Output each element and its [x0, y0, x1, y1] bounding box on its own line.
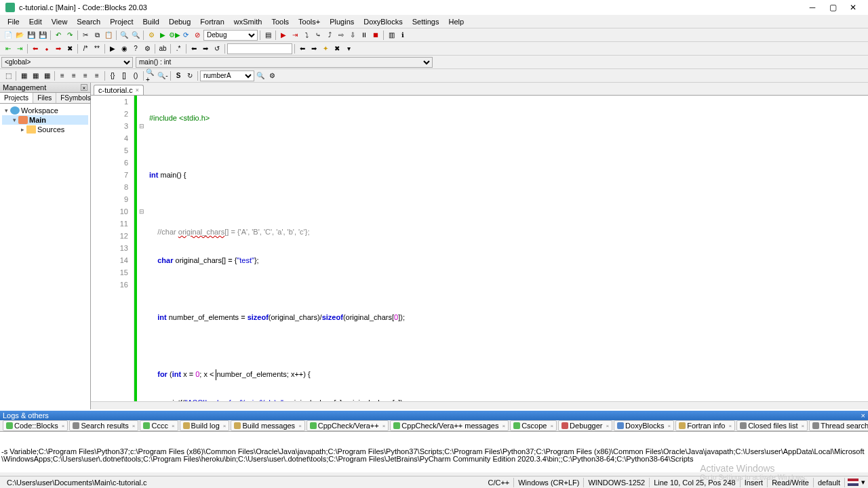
jump-back-icon[interactable]: ⇤ [3, 43, 14, 54]
diff4-icon[interactable]: ≡ [92, 70, 102, 81]
last-jump-icon[interactable]: ↺ [212, 43, 222, 54]
highlight-options-icon[interactable]: ▾ [343, 43, 354, 54]
toggle-comment-icon[interactable]: ▦ [18, 70, 29, 81]
redo-icon[interactable]: ↷ [64, 30, 75, 41]
new-file-icon[interactable]: 📄 [3, 30, 14, 41]
abort-icon[interactable]: ⊘ [192, 30, 203, 41]
scope-right-select[interactable]: main() : int [136, 57, 433, 68]
zoom-in-icon[interactable]: 🔍+ [146, 70, 157, 81]
horizontal-scrollbar[interactable] [91, 401, 868, 409]
find-icon[interactable]: 🔍 [119, 30, 130, 41]
tab-projects[interactable]: Projects [0, 93, 33, 103]
toggle-bookmark-icon[interactable]: ⬥ [41, 43, 52, 54]
next-bookmark-icon[interactable]: ➡ [53, 43, 64, 54]
menu-toolsplus[interactable]: Tools+ [294, 16, 325, 27]
editor-tab-ctutorial[interactable]: c-tutorial.c × [94, 85, 144, 95]
save-icon[interactable]: 💾 [26, 30, 37, 41]
tab-fsymbols[interactable]: FSymbols [56, 93, 95, 103]
log-tab-doxy[interactable]: DoxyBlocks× [614, 420, 674, 431]
step-into-icon[interactable]: ⤷ [313, 30, 323, 41]
log-tab-debugger[interactable]: Debugger× [558, 420, 612, 431]
log-tab-cppcheck[interactable]: CppCheck/Vera++× [307, 420, 389, 431]
highlight-icon[interactable]: ✦ [320, 43, 331, 54]
cut-icon[interactable]: ✂ [80, 30, 91, 41]
management-close-icon[interactable]: × [81, 84, 87, 91]
status-dropdown-icon[interactable]: ▾ [861, 478, 865, 487]
goto-next-icon[interactable]: ➡ [200, 43, 211, 54]
break-icon[interactable]: ⏸ [359, 30, 370, 41]
regex-icon[interactable]: .* [173, 43, 184, 54]
scope-left-select[interactable]: <global> [1, 57, 133, 68]
diff3-icon[interactable]: ≡ [80, 70, 91, 81]
uncomment-icon[interactable]: ▦ [41, 70, 52, 81]
goto-prev-icon[interactable]: ⬅ [189, 43, 199, 54]
select-icon[interactable]: ⬚ [3, 70, 14, 81]
search-find-icon[interactable]: 🔍 [255, 70, 266, 81]
menu-settings[interactable]: Settings [408, 16, 444, 27]
save-all-icon[interactable]: 💾 [37, 30, 48, 41]
log-tab-buildmsg[interactable]: Build messages× [231, 420, 304, 431]
tree-sources-folder[interactable]: ▸ Sources [2, 125, 88, 134]
rebuild-icon[interactable]: ⟳ [180, 30, 191, 41]
close-button[interactable]: ✕ [844, 1, 863, 14]
run-icon[interactable]: ▶ [157, 30, 168, 41]
brackets2-icon[interactable]: [] [119, 70, 130, 81]
open-icon[interactable]: 📂 [14, 30, 25, 41]
code-content[interactable]: #include <stdio.h> int main() { //char o… [146, 96, 868, 401]
diff-icon[interactable]: ≡ [57, 70, 68, 81]
log-tab-search[interactable]: Search results× [69, 420, 138, 431]
doxy-chm-icon[interactable]: ? [130, 43, 141, 54]
menu-tools[interactable]: Tools [267, 16, 294, 27]
refresh-icon[interactable]: ↻ [184, 70, 195, 81]
search-options-icon[interactable]: ⚙ [267, 70, 277, 81]
log-tab-closed[interactable]: Closed files list× [736, 420, 808, 431]
menu-debug[interactable]: Debug [164, 16, 195, 27]
clear-bookmarks-icon[interactable]: ✖ [64, 43, 75, 54]
doxy-config-icon[interactable]: ⚙ [142, 43, 153, 54]
menu-fortran[interactable]: Fortran [195, 16, 229, 27]
doxy-comment-icon[interactable]: /* [80, 43, 91, 54]
log-tab-cscope[interactable]: Cscope× [510, 420, 557, 431]
fold-toggle-icon[interactable]: ⊟ [137, 205, 146, 218]
next-instr-icon[interactable]: ⇨ [336, 30, 347, 41]
doxy-run-icon[interactable]: ▶ [107, 43, 118, 54]
log-tab-cccc[interactable]: Cccc× [140, 420, 178, 431]
stop-debug-icon[interactable]: ⏹ [370, 30, 381, 41]
minimize-button[interactable]: ─ [803, 1, 822, 14]
code-editor[interactable]: 12345678910111213141516 ⊟⊟ #include <std… [91, 96, 868, 401]
replace-icon[interactable]: 🔍 [130, 30, 141, 41]
incremental-search-input[interactable] [227, 43, 292, 54]
log-tab-buildlog[interactable]: Build log× [180, 420, 230, 431]
editor-tab-close-icon[interactable]: × [136, 87, 139, 94]
copy-icon[interactable]: ⧉ [92, 30, 102, 41]
debug-windows-icon[interactable]: ▥ [386, 30, 397, 41]
zoom-out-icon[interactable]: 🔍- [157, 70, 168, 81]
highlight-prev-icon[interactable]: ⬅ [297, 43, 308, 54]
comment-icon[interactable]: ▦ [30, 70, 41, 81]
log-tab-codeblocks[interactable]: Code::Blocks× [3, 420, 68, 431]
paste-icon[interactable]: 📋 [103, 30, 114, 41]
menu-edit[interactable]: Edit [24, 16, 47, 27]
menu-plugins[interactable]: Plugins [325, 16, 359, 27]
info-icon[interactable]: ℹ [397, 30, 408, 41]
build-run-icon[interactable]: ⚙▶ [169, 30, 180, 41]
menu-view[interactable]: View [47, 16, 73, 27]
fold-toggle-icon[interactable]: ⊟ [137, 120, 146, 132]
logs-body[interactable]: -s Variable;C:\Program Files\Python37;c:… [0, 432, 868, 472]
maximize-button[interactable]: ▢ [823, 1, 842, 14]
run-to-cursor-icon[interactable]: ⇥ [290, 30, 300, 41]
tree-workspace[interactable]: ▾ Workspace [2, 106, 88, 115]
clear-highlight-icon[interactable]: ✖ [332, 43, 342, 54]
step-instr-icon[interactable]: ⇩ [347, 30, 358, 41]
log-tab-fortran[interactable]: Fortran info× [675, 420, 735, 431]
menu-doxyblocks[interactable]: DoxyBlocks [359, 16, 407, 27]
tree-project-main[interactable]: ▾ Main [2, 115, 88, 125]
menu-build[interactable]: Build [138, 16, 163, 27]
build-target-select[interactable]: Debug [203, 30, 258, 41]
prev-bookmark-icon[interactable]: ⬅ [30, 43, 41, 54]
doxy-html-icon[interactable]: ◉ [119, 43, 130, 54]
tab-files[interactable]: Files [33, 93, 56, 103]
diff2-icon[interactable]: ≡ [68, 70, 79, 81]
debug-start-icon[interactable]: ▶ [278, 30, 289, 41]
highlight-next-icon[interactable]: ➡ [309, 43, 319, 54]
